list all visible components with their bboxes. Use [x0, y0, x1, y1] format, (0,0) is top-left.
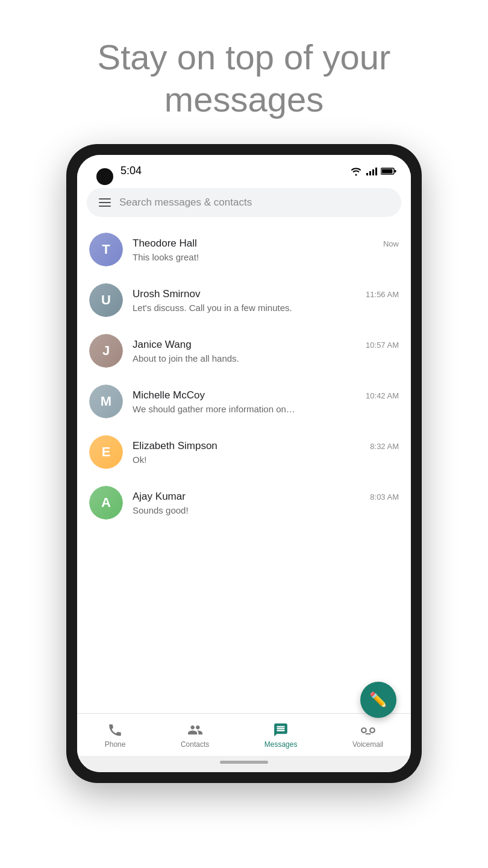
voicemail-icon [360, 722, 376, 738]
camera-notch [96, 168, 113, 185]
nav-label-contacts: Contacts [181, 740, 209, 749]
status-bar: 5:04 [77, 155, 411, 183]
nav-label-voicemail: Voicemail [352, 740, 383, 749]
message-time-janice-wang: 10:57 AM [366, 341, 399, 350]
page-header: Stay on top of your messages [0, 0, 488, 144]
contact-name-elizabeth-simpson: Elizabeth Simpson [133, 440, 217, 452]
conversation-item-ajay-kumar[interactable]: AAjay Kumar8:03 AMSounds good! [77, 477, 411, 528]
messages-icon [273, 722, 289, 738]
status-time: 5:04 [120, 165, 142, 177]
conversation-item-urosh-smirnov[interactable]: UUrosh Smirnov11:56 AMLet's discuss. Cal… [77, 275, 411, 326]
avatar-urosh-smirnov: U [89, 283, 123, 317]
contact-name-theodore-hall: Theodore Hall [133, 237, 197, 250]
search-bar[interactable]: Search messages & contacts [87, 188, 401, 217]
message-time-michelle-mccoy: 10:42 AM [366, 391, 399, 400]
bottom-navigation: Phone Contacts Messages Voicemail [77, 713, 411, 756]
hamburger-menu-icon[interactable] [99, 198, 111, 207]
message-preview-ajay-kumar: Sounds good! [133, 505, 399, 515]
phone-screen: 5:04 [77, 155, 411, 772]
nav-item-voicemail[interactable]: Voicemail [340, 720, 395, 751]
nav-item-phone[interactable]: Phone [93, 720, 138, 751]
message-time-elizabeth-simpson: 8:32 AM [370, 442, 399, 451]
contact-name-urosh-smirnov: Urosh Smirnov [133, 288, 200, 300]
conversation-item-janice-wang[interactable]: JJanice Wang10:57 AMAbout to join the al… [77, 326, 411, 376]
message-preview-elizabeth-simpson: Ok! [133, 454, 399, 465]
nav-label-messages: Messages [264, 740, 298, 749]
contacts-icon [187, 722, 203, 738]
svg-rect-3 [375, 168, 377, 175]
wifi-icon [349, 166, 363, 176]
svg-rect-5 [382, 169, 393, 173]
contact-name-michelle-mccoy: Michelle McCoy [133, 389, 205, 401]
avatar-elizabeth-simpson: E [89, 435, 123, 469]
svg-rect-1 [369, 171, 371, 175]
battery-icon [381, 167, 396, 175]
svg-rect-6 [395, 170, 396, 172]
svg-rect-2 [372, 169, 374, 175]
message-time-urosh-smirnov: 11:56 AM [366, 290, 399, 299]
search-placeholder: Search messages & contacts [119, 197, 252, 209]
nav-item-messages[interactable]: Messages [252, 720, 310, 751]
home-indicator [77, 756, 411, 772]
message-time-ajay-kumar: 8:03 AM [370, 492, 399, 502]
compose-fab[interactable]: ✏️ [360, 682, 396, 718]
avatar-michelle-mccoy: M [89, 385, 123, 418]
phone-icon [107, 722, 123, 738]
nav-item-contacts[interactable]: Contacts [169, 720, 221, 751]
conversation-item-michelle-mccoy[interactable]: MMichelle McCoy10:42 AMWe should gather … [77, 376, 411, 427]
nav-label-phone: Phone [105, 740, 126, 749]
compose-icon: ✏️ [369, 691, 387, 708]
avatar-janice-wang: J [89, 334, 123, 368]
conversation-item-elizabeth-simpson[interactable]: EElizabeth Simpson8:32 AMOk! [77, 427, 411, 477]
message-preview-michelle-mccoy: We should gather more information on… [133, 404, 399, 414]
avatar-theodore-hall: T [89, 233, 123, 266]
status-icons [349, 166, 396, 176]
home-bar [220, 761, 268, 764]
contact-name-janice-wang: Janice Wang [133, 339, 192, 351]
message-preview-urosh-smirnov: Let's discuss. Call you in a few minutes… [133, 303, 399, 313]
avatar-ajay-kumar: A [89, 486, 123, 520]
message-preview-theodore-hall: This looks great! [133, 252, 399, 262]
message-list: TTheodore HallNowThis looks great!UUrosh… [77, 224, 411, 713]
contact-name-ajay-kumar: Ajay Kumar [133, 491, 186, 503]
message-preview-janice-wang: About to join the all hands. [133, 353, 399, 363]
svg-rect-0 [366, 173, 368, 175]
phone-frame: 5:04 [66, 144, 422, 783]
conversation-item-theodore-hall[interactable]: TTheodore HallNowThis looks great! [77, 224, 411, 275]
message-time-theodore-hall: Now [383, 239, 399, 248]
signal-icon [366, 167, 377, 175]
